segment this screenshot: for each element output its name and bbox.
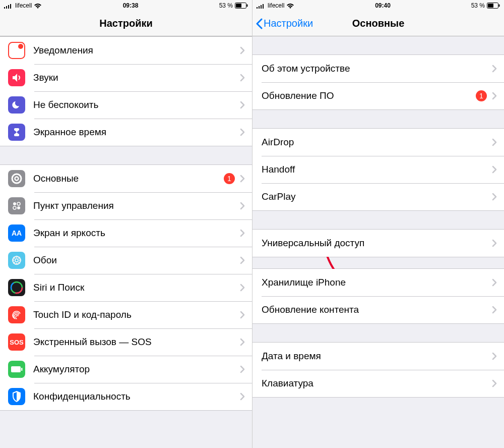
settings-row[interactable]: Пункт управления <box>0 192 252 219</box>
general-list: Об этом устройствеОбновление ПО1 AirDrop… <box>253 36 504 448</box>
settings-row[interactable]: Экранное время <box>0 119 252 146</box>
notification-badge: 1 <box>476 90 487 101</box>
chevron-right-icon <box>492 92 497 100</box>
privacy-icon <box>8 388 25 405</box>
svg-point-26 <box>14 262 15 263</box>
settings-row[interactable]: Об этом устройстве <box>253 55 504 82</box>
settings-row[interactable]: Дата и время <box>253 343 504 370</box>
status-time: 09:40 <box>375 2 391 9</box>
settings-row[interactable]: Уведомления <box>0 37 252 64</box>
row-label: Handoff <box>262 164 492 175</box>
settings-row[interactable]: SOSЭкстренный вызов — SOS <box>0 328 252 356</box>
row-label: Пункт управления <box>33 200 240 211</box>
row-label: Siri и Поиск <box>33 282 240 293</box>
page-title: Настройки <box>99 18 153 29</box>
row-label: Экран и яркость <box>33 228 240 239</box>
row-label: AirDrop <box>262 137 492 148</box>
settings-row[interactable]: Не беспокоить <box>0 91 252 119</box>
settings-row[interactable]: CarPlay <box>253 183 504 210</box>
settings-row[interactable]: Универсальный доступ <box>253 230 504 257</box>
svg-point-19 <box>15 259 18 262</box>
chevron-right-icon <box>240 284 245 292</box>
svg-point-24 <box>14 257 15 258</box>
chevron-right-icon <box>240 311 245 319</box>
svg-rect-3 <box>10 4 11 9</box>
settings-row[interactable]: Клавиатура <box>253 370 504 397</box>
settings-row[interactable]: Touch ID и код-пароль <box>0 301 252 328</box>
general-screen: lifecell 09:40 53 % Настройки Основные О… <box>252 0 504 448</box>
row-label: Обновление ПО <box>262 90 476 101</box>
back-button[interactable]: Настройки <box>256 18 313 29</box>
chevron-right-icon <box>492 239 497 247</box>
svg-point-23 <box>20 260 21 261</box>
battery-icon <box>487 3 500 9</box>
svg-rect-40 <box>498 5 499 7</box>
svg-rect-34 <box>257 7 258 9</box>
chevron-right-icon <box>240 74 245 82</box>
svg-rect-2 <box>8 5 9 9</box>
svg-point-21 <box>16 263 17 264</box>
row-label: Touch ID и код-пароль <box>33 309 240 320</box>
row-label: CarPlay <box>262 191 492 202</box>
svg-rect-5 <box>236 4 241 8</box>
svg-rect-7 <box>8 42 25 59</box>
settings-row[interactable]: Handoff <box>253 156 504 183</box>
signal-icon <box>4 3 13 9</box>
chevron-right-icon <box>240 175 245 183</box>
svg-rect-32 <box>11 366 21 372</box>
svg-rect-0 <box>4 7 5 9</box>
chevron-right-icon <box>492 278 497 287</box>
chevron-right-icon <box>240 365 245 373</box>
battery-pct: 53 % <box>471 2 485 9</box>
settings-row[interactable]: Основные1 <box>0 165 252 192</box>
battery-icon <box>235 3 248 9</box>
status-time: 09:38 <box>123 2 139 9</box>
row-label: Уведомления <box>33 45 240 56</box>
svg-point-12 <box>12 174 21 183</box>
svg-point-25 <box>19 257 20 258</box>
battery-icon <box>8 361 25 378</box>
chevron-right-icon <box>492 379 497 387</box>
status-bar: lifecell 09:40 53 % <box>253 0 504 11</box>
chevron-right-icon <box>240 128 245 136</box>
settings-row[interactable]: Конфиденциальность <box>0 383 252 410</box>
svg-point-15 <box>17 202 20 205</box>
battery-pct: 53 % <box>219 2 233 9</box>
chevron-right-icon <box>492 138 497 146</box>
nav-bar: Настройки <box>0 11 252 36</box>
svg-rect-37 <box>263 4 264 9</box>
back-label: Настройки <box>264 18 313 29</box>
screentime-icon <box>8 124 25 141</box>
settings-row[interactable]: Звуки <box>0 64 252 91</box>
chevron-right-icon <box>240 393 245 401</box>
row-label: Обои <box>33 255 240 266</box>
chevron-right-icon <box>240 202 245 210</box>
settings-row[interactable]: Обновление ПО1 <box>253 82 504 109</box>
settings-row[interactable]: Хранилище iPhone <box>253 269 504 296</box>
svg-rect-1 <box>6 6 7 9</box>
row-label: Конфиденциальность <box>33 391 240 402</box>
chevron-right-icon <box>240 101 245 109</box>
svg-point-17 <box>17 206 20 209</box>
settings-row[interactable]: AirDrop <box>253 129 504 156</box>
settings-row[interactable]: Аккумулятор <box>0 356 252 383</box>
row-label: Обновление контента <box>262 304 492 315</box>
svg-point-27 <box>19 262 20 263</box>
sound-icon <box>8 69 25 86</box>
row-label: Дата и время <box>262 351 492 362</box>
svg-point-16 <box>13 206 16 209</box>
chevron-right-icon <box>240 338 245 346</box>
chevron-right-icon <box>240 46 245 54</box>
settings-row[interactable]: Обновление контента <box>253 296 504 323</box>
settings-row[interactable]: Siri и Поиск <box>0 274 252 301</box>
control-icon <box>8 197 25 214</box>
chevron-right-icon <box>492 65 497 73</box>
settings-row[interactable]: AAЭкран и яркость <box>0 219 252 247</box>
chevron-right-icon <box>492 193 497 201</box>
svg-rect-11 <box>14 134 19 136</box>
svg-rect-33 <box>21 368 23 371</box>
svg-rect-39 <box>488 4 493 8</box>
touchid-icon <box>8 306 25 323</box>
settings-row[interactable]: Обои <box>0 247 252 274</box>
svg-rect-10 <box>14 128 19 131</box>
